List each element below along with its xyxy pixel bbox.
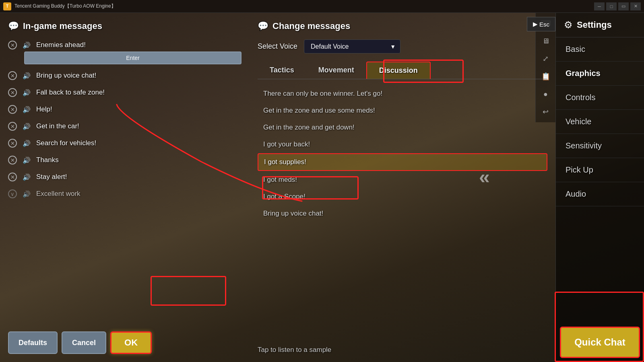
tab-row: Tactics Movement Discussion (258, 62, 547, 79)
message-item-2: ✕ 🔊 Fall back to safe zone! (8, 87, 242, 98)
window-controls: ─ □ ▭ ✕ (594, 2, 641, 10)
cancel-button[interactable]: Cancel (62, 331, 106, 354)
remove-button-6[interactable]: ✕ (8, 156, 17, 165)
message-item-6: ✕ 🔊 Thanks (8, 154, 242, 166)
option-list: There can only be one winner. Let's go! … (258, 86, 547, 222)
message-item-0: ✕ 🔊 Enemies ahead! (8, 39, 242, 51)
sound-button-7[interactable]: 🔊 (21, 171, 32, 183)
remove-button-2[interactable]: ✕ (8, 88, 17, 97)
sidebar-item-graphics[interactable]: Graphics (556, 62, 644, 86)
voice-label: Select Voice (258, 42, 297, 51)
minimize-button[interactable]: ─ (594, 2, 605, 10)
titlebar: T Tencent Gaming Buddy【Turbo AOW Engine】… (0, 0, 644, 13)
message-item-3: ✕ 🔊 Help! (8, 104, 242, 115)
app-title: Tencent Gaming Buddy【Turbo AOW Engine】 (14, 3, 594, 10)
sound-button-1[interactable]: 🔊 (21, 70, 32, 81)
option-item-4[interactable]: I got supplies! (258, 153, 547, 171)
option-item-1[interactable]: Get in the zone and use some meds! (258, 103, 547, 119)
option-item-3[interactable]: I got your back! (258, 136, 547, 152)
remove-button-5[interactable]: ✕ (8, 139, 17, 148)
change-icon: 💬 (258, 21, 268, 31)
change-messages-title: Change messages (272, 21, 350, 31)
message-text-6: Thanks (36, 156, 59, 164)
message-item-4: ✕ 🔊 Get in the car! (8, 121, 242, 132)
restore-button[interactable]: □ (606, 2, 617, 10)
main-content: 💬 In-game messages ✕ 🔊 Enemies ahead! En… (0, 13, 644, 362)
settings-gear-icon: ⚙ (564, 19, 573, 31)
voice-select-wrapper: Default Voice (304, 39, 400, 53)
sound-button-6[interactable]: 🔊 (21, 154, 32, 166)
middle-panel: 💬 Change messages Select Voice Default V… (250, 13, 555, 362)
option-item-2[interactable]: Get in the zone and get down! (258, 119, 547, 136)
sidebar-item-controls[interactable]: Controls (556, 86, 644, 110)
sound-button-0[interactable]: 🔊 (21, 39, 32, 51)
left-panel: 💬 In-game messages ✕ 🔊 Enemies ahead! En… (0, 13, 250, 362)
change-messages-header: 💬 Change messages (258, 21, 547, 31)
message-text-4: Get in the car! (36, 122, 79, 130)
remove-button-7[interactable]: ✕ (8, 173, 17, 181)
voice-select[interactable]: Default Voice (304, 39, 400, 53)
settings-title: Settings (577, 20, 612, 30)
remove-button-3[interactable]: ✕ (8, 105, 17, 114)
defaults-button[interactable]: Defaults (8, 331, 58, 354)
maximize-button[interactable]: ▭ (618, 2, 629, 10)
remove-button-8[interactable]: ∨ (8, 189, 17, 198)
close-button[interactable]: ✕ (630, 2, 641, 10)
sound-button-5[interactable]: 🔊 (21, 138, 32, 149)
sidebar-item-pickup[interactable]: Pick Up (556, 158, 644, 182)
ingame-messages-header: 💬 In-game messages (8, 21, 242, 31)
sidebar-item-vehicle[interactable]: Vehicle (556, 110, 644, 134)
tab-discussion[interactable]: Discussion (366, 62, 431, 79)
ok-button[interactable]: OK (110, 331, 152, 354)
sound-button-4[interactable]: 🔊 (21, 121, 32, 132)
message-item-5: ✕ 🔊 Search for vehicles! (8, 138, 242, 149)
settings-header: ⚙ Settings (556, 13, 644, 37)
remove-button-4[interactable]: ✕ (8, 122, 17, 131)
esc-arrow: ▶ (533, 21, 538, 28)
collapse-icon[interactable]: « (479, 166, 490, 188)
message-text-3: Help! (36, 105, 52, 113)
message-text-8: Excellent work (36, 190, 80, 198)
option-item-5[interactable]: I got meds! (258, 172, 547, 188)
sound-button-2[interactable]: 🔊 (21, 87, 32, 98)
sidebar-item-basic[interactable]: Basic (556, 37, 644, 62)
tab-movement[interactable]: Movement (306, 62, 366, 79)
message-item-1: ✕ 🔊 Bring up voice chat! (8, 70, 242, 81)
esc-label: Esc (539, 21, 549, 28)
app-icon: T (3, 2, 11, 10)
remove-button-0[interactable]: ✕ (8, 41, 17, 49)
sidebar-item-audio[interactable]: Audio (556, 182, 644, 206)
ingame-messages-title: In-game messages (23, 21, 102, 31)
tap-listen-label: Tap to listen to a sample (258, 346, 331, 354)
quick-chat-button[interactable]: Quick Chat (560, 327, 640, 358)
message-text-2: Fall back to safe zone! (36, 88, 105, 97)
sound-button-3[interactable]: 🔊 (21, 104, 32, 115)
enter-button[interactable]: Enter (24, 51, 242, 64)
option-item-7[interactable]: Bring up voice chat! (258, 206, 547, 222)
option-item-0[interactable]: There can only be one winner. Let's go! (258, 86, 547, 102)
remove-button-1[interactable]: ✕ (8, 71, 17, 80)
sidebar-nav: Basic Graphics Controls Vehicle Sensitiv… (556, 37, 644, 323)
message-text-5: Search for vehicles! (36, 139, 96, 147)
action-buttons: Defaults Cancel OK (8, 331, 152, 354)
messages-icon: 💬 (8, 21, 19, 31)
message-item-7: ✕ 🔊 Stay alert! (8, 171, 242, 183)
message-text-1: Bring up voice chat! (36, 72, 96, 80)
sound-button-8[interactable]: 🔊 (21, 188, 32, 200)
message-list: ✕ 🔊 Enemies ahead! Enter ✕ 🔊 Bring up vo… (8, 39, 242, 200)
message-text-0: Enemies ahead! (36, 41, 86, 49)
esc-button[interactable]: ▶ Esc (527, 17, 555, 31)
list-item: ✕ 🔊 Enemies ahead! Enter (8, 39, 242, 64)
sidebar-item-sensitivity[interactable]: Sensitivity (556, 134, 644, 158)
option-item-6[interactable]: I got a Scope! (258, 189, 547, 205)
message-text-7: Stay alert! (36, 173, 67, 181)
message-item-8: ∨ 🔊 Excellent work (8, 188, 242, 200)
voice-row: Select Voice Default Voice (258, 39, 547, 53)
tab-tactics[interactable]: Tactics (258, 62, 306, 79)
right-sidebar: ⚙ Settings Basic Graphics Controls Vehic… (555, 13, 644, 362)
